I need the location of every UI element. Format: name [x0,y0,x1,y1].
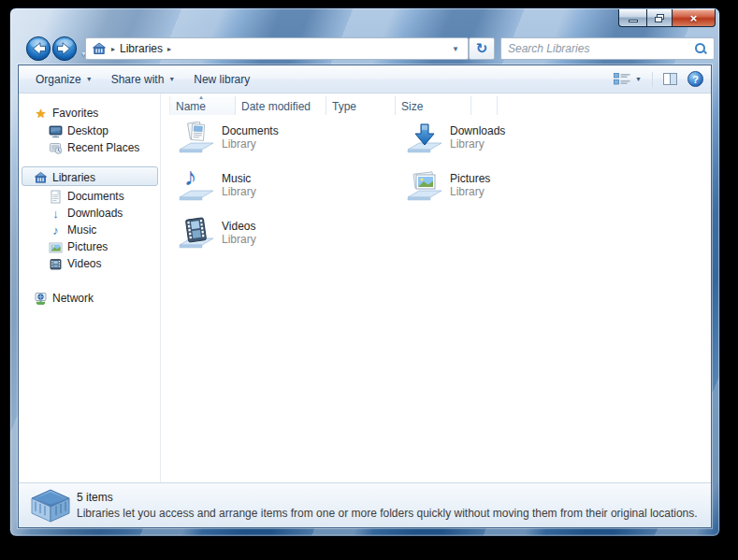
library-item-documents[interactable]: Documents Library [178,122,374,159]
column-label: Name [176,100,206,113]
sidebar-item-favorites[interactable]: ★ Favorites [34,105,98,122]
libraries-icon [92,42,107,55]
item-name: Downloads [450,124,505,137]
refresh-button[interactable]: ↻ [469,37,495,60]
item-name: Music [222,172,256,185]
status-description: Libraries let you access and arrange ite… [77,507,698,520]
explorer-window: × ▼ ▸ Libraries ▸ [9,7,720,537]
chevron-down-icon: ▼ [168,76,175,82]
pictures-icon [49,240,63,254]
breadcrumb-separator-icon[interactable]: ▸ [167,45,171,53]
network-icon [34,292,48,306]
desktop-icon [49,124,63,138]
column-header-size[interactable]: Size [396,96,471,115]
change-view-button[interactable]: ▼ [610,69,645,90]
back-button[interactable] [25,36,51,62]
libraries-icon [34,171,48,185]
new-library-button[interactable]: New library [184,69,259,90]
sidebar-label: Documents [67,190,124,203]
recent-places-icon [49,141,63,155]
sidebar-label: Music [67,223,96,237]
library-item-downloads[interactable]: Downloads Library [406,122,602,159]
sidebar-label: Libraries [52,171,95,184]
sidebar-item-videos[interactable]: Videos [49,255,101,272]
column-label: Date modified [241,100,311,113]
column-header-name[interactable]: ▲ Name [169,96,236,115]
item-type: Library [450,137,505,151]
organize-button[interactable]: Organize ▼ [26,69,102,90]
preview-pane-button[interactable] [659,69,681,90]
library-item-videos[interactable]: Videos Library [178,217,374,254]
column-header-date-modified[interactable]: Date modified [236,96,326,115]
star-icon: ★ [34,107,48,121]
column-header-blank [471,96,498,115]
sidebar-item-downloads[interactable]: ↓ Downloads [49,205,123,222]
help-icon: ? [692,74,699,85]
back-arrow-icon [25,36,51,62]
address-history-dropdown-icon[interactable]: ▼ [449,45,462,53]
share-with-label: Share with [111,73,165,86]
forward-arrow-icon [51,36,78,62]
preview-pane-icon [663,73,677,85]
organize-label: Organize [36,73,81,86]
column-headers: ▲ Name Date modified Type Size [169,96,498,115]
item-name: Documents [222,124,279,137]
sidebar-label: Recent Places [67,141,139,154]
share-with-button[interactable]: Share with ▼ [102,69,185,90]
help-button[interactable]: ? [687,71,703,87]
sidebar-label: Favorites [52,107,98,120]
sidebar-item-documents[interactable]: Documents [49,188,124,205]
sidebar-item-music[interactable]: ♪ Music [49,222,96,238]
item-type: Library [222,185,256,198]
close-button[interactable]: × [673,9,716,27]
sidebar-item-libraries[interactable]: Libraries [34,169,95,186]
music-note-icon: ♪ [184,163,197,192]
breadcrumb-location[interactable]: Libraries [120,42,163,55]
column-header-type[interactable]: Type [326,96,396,115]
toolbar-right-group: ▼ ? [610,69,703,90]
sidebar-item-network[interactable]: Network [34,290,94,307]
music-library-icon: ♪ [178,169,215,203]
new-library-label: New library [194,73,250,86]
breadcrumb-separator-icon: ▸ [111,45,115,53]
library-item-pictures[interactable]: Pictures Library [406,169,602,207]
chevron-down-icon: ▼ [86,76,93,82]
refresh-icon: ↻ [476,40,488,57]
item-type: Library [222,233,256,246]
documents-library-icon [178,122,215,155]
close-icon: × [690,10,698,26]
window-controls: × [618,9,716,27]
document-icon [49,190,63,204]
command-toolbar: Organize ▼ Share with ▼ New library [19,65,711,93]
sidebar-label: Desktop [67,124,109,137]
item-name: Videos [222,220,256,233]
client-area: Organize ▼ Share with ▼ New library [18,65,712,528]
status-item-count: 5 items [77,491,113,504]
sidebar-label: Pictures [67,240,108,253]
music-note-icon: ♪ [49,223,63,237]
download-arrow-icon: ↓ [49,207,63,221]
sort-ascending-icon: ▲ [198,94,204,100]
search-input[interactable] [508,42,694,55]
search-icon [694,42,707,55]
library-item-music[interactable]: ♪ Music Library [178,169,374,207]
minimize-button[interactable] [618,9,646,27]
search-box[interactable] [500,37,715,60]
pictures-library-icon [406,169,443,203]
column-label: Type [332,100,356,113]
details-pane: 5 items Libraries let you access and arr… [19,482,711,527]
item-name: Pictures [450,172,490,185]
sidebar-item-recent-places[interactable]: Recent Places [49,139,139,156]
address-bar[interactable]: ▸ Libraries ▸ ▼ [85,37,469,60]
restore-icon [655,14,664,22]
videos-icon [49,257,63,271]
maximize-button[interactable] [646,9,673,27]
sidebar-item-desktop[interactable]: Desktop [49,122,109,139]
sidebar-item-pictures[interactable]: Pictures [49,238,108,255]
sidebar-label: Network [52,292,94,305]
item-type: Library [450,185,490,198]
item-type: Library [222,137,279,151]
sidebar-label: Videos [67,257,101,270]
forward-button[interactable] [51,36,78,62]
column-label: Size [401,100,423,113]
